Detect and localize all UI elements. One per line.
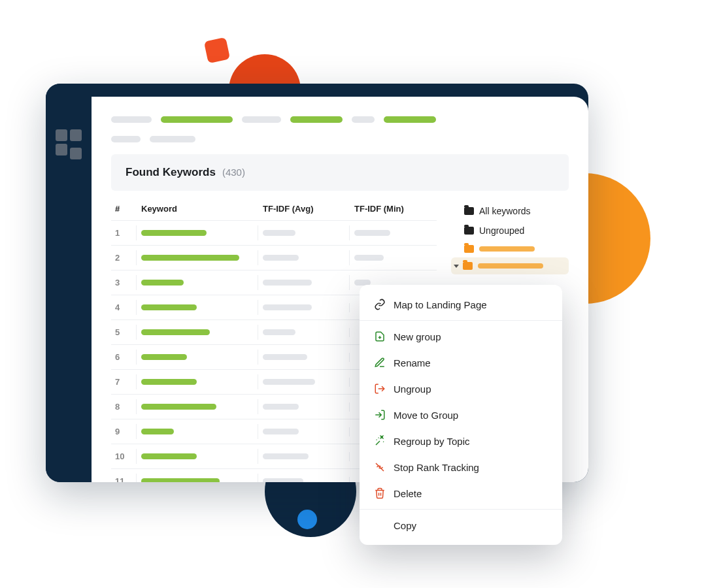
cell-keyword — [141, 379, 256, 385]
chevron-down-icon — [454, 265, 459, 268]
cell-tfidf-avg — [263, 379, 348, 385]
enter-icon — [374, 409, 386, 421]
category-label-skel — [479, 246, 535, 252]
folder-icon — [464, 227, 474, 235]
unlink-icon — [374, 461, 386, 473]
folder-icon — [464, 207, 474, 215]
row-number: 6 — [115, 352, 135, 362]
menu-stop-tracking[interactable]: Stop Rank Tracking — [360, 454, 562, 480]
cell-keyword — [141, 255, 256, 261]
trash-icon — [374, 487, 386, 499]
crumb-skel — [111, 116, 152, 123]
cell-keyword — [141, 280, 256, 286]
crumb-skel — [161, 116, 233, 123]
row-number: 8 — [115, 402, 135, 412]
context-menu: Map to Landing Page New group Rename Ung… — [360, 285, 562, 545]
col-tfidf-avg[interactable]: TF-IDF (Avg) — [263, 204, 348, 214]
crumb-skel — [290, 116, 343, 123]
exit-icon — [374, 383, 386, 395]
category-all[interactable]: All keywords — [451, 201, 569, 221]
folder-icon — [464, 245, 474, 253]
magic-icon — [374, 435, 386, 447]
cell-keyword — [141, 404, 256, 410]
cell-keyword — [141, 429, 256, 434]
app-logo-icon — [56, 129, 82, 155]
cell-tfidf-min — [354, 230, 433, 236]
menu-rename[interactable]: Rename — [360, 350, 562, 376]
app-sidebar — [46, 84, 92, 482]
cell-tfidf-avg — [263, 255, 348, 261]
decor-orange-square — [204, 37, 230, 63]
cell-keyword — [141, 230, 256, 236]
col-num[interactable]: # — [115, 204, 135, 214]
row-number: 7 — [115, 377, 135, 387]
cell-tfidf-avg — [263, 329, 348, 335]
crumb-skel — [384, 116, 436, 123]
category-label-skel — [478, 263, 543, 269]
category-label: Ungrouped — [479, 225, 524, 236]
cell-keyword — [141, 329, 256, 335]
row-number: 10 — [115, 451, 135, 461]
crumb-skel — [352, 116, 375, 123]
row-number: 2 — [115, 253, 135, 263]
panel-title: Found Keywords — [126, 166, 216, 179]
menu-copy[interactable]: Copy — [360, 512, 562, 538]
table-header: # Keyword TF-IDF (Avg) TF-IDF (Min) — [111, 197, 437, 221]
cell-tfidf-min — [354, 255, 433, 261]
row-number: 4 — [115, 302, 135, 312]
menu-delete[interactable]: Delete — [360, 480, 562, 506]
menu-ungroup[interactable]: Ungroup — [360, 376, 562, 402]
row-number: 5 — [115, 327, 135, 337]
panel-header: Found Keywords (430) — [111, 154, 569, 191]
cell-tfidf-avg — [263, 453, 348, 459]
row-number: 11 — [115, 476, 135, 482]
cell-tfidf-avg — [263, 429, 348, 434]
cell-keyword — [141, 478, 256, 482]
panel-count: (430) — [222, 167, 245, 178]
cell-keyword — [141, 304, 256, 310]
col-tfidf-min[interactable]: TF-IDF (Min) — [354, 204, 433, 214]
add-file-icon — [374, 331, 386, 342]
cell-tfidf-avg — [263, 230, 348, 236]
blank-icon — [374, 519, 386, 531]
row-number: 1 — [115, 228, 135, 238]
menu-move-group[interactable]: Move to Group — [360, 402, 562, 428]
category-group[interactable] — [451, 240, 569, 257]
menu-map-landing[interactable]: Map to Landing Page — [360, 291, 562, 318]
cell-tfidf-avg — [263, 304, 348, 310]
table-row[interactable]: 2 — [111, 246, 437, 270]
category-ungrouped[interactable]: Ungrouped — [451, 221, 569, 240]
cell-tfidf-avg — [263, 404, 348, 410]
link-icon — [374, 299, 386, 310]
col-keyword[interactable]: Keyword — [141, 204, 256, 214]
table-row[interactable]: 1 — [111, 221, 437, 246]
row-number: 3 — [115, 278, 135, 287]
cell-keyword — [141, 453, 256, 459]
crumb-skel — [242, 116, 281, 123]
menu-new-group[interactable]: New group — [360, 323, 562, 350]
cell-tfidf-avg — [263, 280, 348, 286]
edit-icon — [374, 357, 386, 368]
row-number: 9 — [115, 427, 135, 436]
cell-tfidf-avg — [263, 354, 348, 360]
breadcrumb — [111, 116, 569, 142]
crumb-skel — [111, 136, 141, 142]
category-group-selected[interactable] — [451, 257, 569, 274]
category-label: All keywords — [479, 206, 531, 216]
decor-blue-circle — [297, 510, 317, 529]
crumb-skel — [150, 136, 195, 142]
folder-icon — [463, 262, 473, 270]
cell-tfidf-avg — [263, 478, 348, 482]
menu-regroup-topic[interactable]: Regroup by Topic — [360, 428, 562, 454]
cell-keyword — [141, 354, 256, 360]
